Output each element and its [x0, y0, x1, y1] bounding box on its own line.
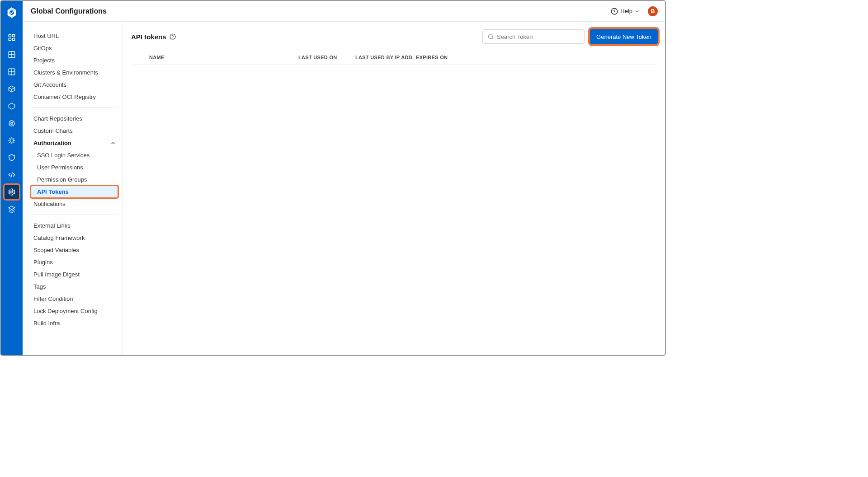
svg-point-9	[10, 139, 14, 142]
package-icon[interactable]	[4, 64, 19, 80]
settings-icon[interactable]	[4, 184, 19, 200]
help-label: Help	[620, 8, 632, 14]
nav-container-registry[interactable]: Container/ OCI Registry	[31, 91, 119, 103]
table-header: NAME LAST USED ON LAST USED BY IP ADD. E…	[131, 50, 658, 65]
content-area: API tokens Generate New Token NAME LAST …	[123, 22, 665, 355]
content-title: API tokens	[131, 33, 176, 41]
svg-point-12	[170, 34, 175, 39]
svg-rect-3	[9, 38, 11, 41]
shield-icon[interactable]	[4, 150, 19, 165]
search-token[interactable]	[482, 29, 585, 44]
nav-tags[interactable]: Tags	[31, 281, 119, 293]
svg-point-8	[11, 122, 13, 125]
nav-host-url[interactable]: Host URL	[31, 30, 119, 42]
svg-rect-2	[13, 34, 15, 37]
layers-icon[interactable]	[4, 201, 19, 217]
col-expires: EXPIRES ON	[416, 55, 470, 60]
nav-permission-groups[interactable]: Permission Groups	[31, 173, 119, 186]
nav-external-links[interactable]: External Links	[31, 220, 119, 232]
nav-custom-charts[interactable]: Custom Charts	[31, 125, 119, 137]
page-title: Global Configurations	[31, 7, 107, 15]
svg-point-10	[11, 191, 13, 193]
nav-notifications[interactable]: Notifications	[31, 198, 119, 210]
search-input[interactable]	[497, 33, 580, 40]
nav-plugins[interactable]: Plugins	[31, 256, 119, 268]
svg-point-13	[489, 34, 493, 38]
help-icon	[610, 7, 618, 15]
nav-group-misc: External Links Catalog Framework Scoped …	[31, 220, 119, 334]
tune-icon[interactable]	[4, 133, 19, 148]
nav-group-general: Host URL GitOps Projects Clusters & Envi…	[31, 30, 119, 108]
avatar[interactable]: B	[648, 6, 658, 16]
nav-filter-condition[interactable]: Filter Condition	[31, 293, 119, 305]
registry-icon[interactable]	[4, 81, 19, 97]
nav-lock-deploy-config[interactable]: Lock Deployment Config	[31, 305, 119, 317]
top-header: Global Configurations Help B	[23, 1, 665, 22]
nav-sso[interactable]: SSO Login Services	[31, 149, 119, 161]
chevron-down-icon	[634, 9, 640, 14]
nav-chart-repos[interactable]: Chart Repositories	[31, 112, 119, 125]
cube-icon[interactable]	[4, 98, 19, 114]
svg-point-11	[612, 8, 618, 14]
search-icon	[487, 33, 494, 40]
nav-clusters[interactable]: Clusters & Environments	[31, 66, 119, 79]
content-header: API tokens Generate New Token	[131, 29, 658, 50]
nav-pull-image-digest[interactable]: Pull Image Digest	[31, 268, 119, 281]
svg-rect-1	[9, 34, 11, 37]
svg-rect-4	[13, 38, 15, 41]
nav-user-permissions[interactable]: User Permissions	[31, 161, 119, 173]
left-icon-rail	[1, 1, 23, 355]
code-icon[interactable]	[4, 167, 19, 182]
app-logo-icon	[5, 5, 19, 20]
nav-api-tokens[interactable]: API Tokens	[31, 186, 118, 198]
chevron-up-icon	[110, 140, 116, 146]
nav-authorization-children: SSO Login Services User Permissions Perm…	[31, 149, 119, 198]
target-icon[interactable]	[4, 116, 19, 131]
nav-projects[interactable]: Projects	[31, 54, 119, 66]
help-menu[interactable]: Help	[610, 7, 640, 15]
info-icon[interactable]	[169, 33, 176, 40]
generate-new-token-button[interactable]: Generate New Token	[590, 29, 658, 44]
col-last-used: LAST USED ON	[298, 55, 355, 60]
settings-side-nav: Host URL GitOps Projects Clusters & Envi…	[23, 22, 123, 355]
builds-icon[interactable]	[4, 47, 19, 62]
nav-git-accounts[interactable]: Git Accounts	[31, 79, 119, 91]
nav-scoped-variables[interactable]: Scoped Variables	[31, 244, 119, 256]
tokens-table: NAME LAST USED ON LAST USED BY IP ADD. E…	[131, 50, 658, 65]
col-name: NAME	[149, 55, 298, 60]
apps-icon[interactable]	[4, 30, 19, 45]
nav-authorization[interactable]: Authorization	[31, 137, 119, 149]
nav-gitops[interactable]: GitOps	[31, 42, 119, 54]
svg-point-7	[9, 121, 14, 126]
nav-build-infra[interactable]: Build Infra	[31, 317, 119, 329]
col-last-ip: LAST USED BY IP ADD.	[355, 55, 416, 60]
nav-catalog-framework[interactable]: Catalog Framework	[31, 232, 119, 244]
nav-group-charts-auth: Chart Repositories Custom Charts Authori…	[31, 112, 119, 215]
